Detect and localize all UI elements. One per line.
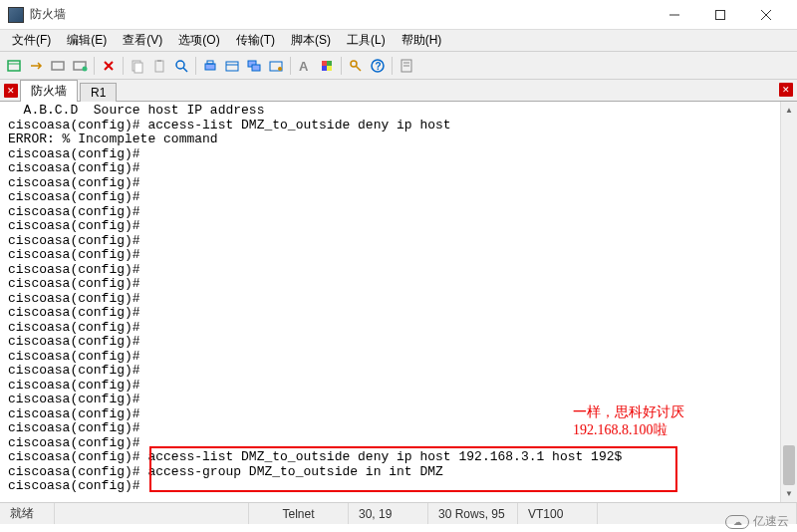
tool-connect[interactable]: [26, 56, 46, 76]
toolbar-separator: [94, 57, 95, 75]
annotation-text: 一样，思科好讨厌 192.168.8.100啦: [573, 403, 684, 439]
statusbar: 就绪 Telnet 30, 19 30 Rows, 95 VT100: [0, 502, 797, 524]
tool-font[interactable]: A: [295, 56, 315, 76]
tool-print[interactable]: [200, 56, 220, 76]
svg-line-14: [183, 68, 187, 72]
close-button[interactable]: [743, 1, 789, 29]
tool-quick-connect[interactable]: [4, 56, 24, 76]
watermark: ☁ 亿速云: [725, 513, 789, 530]
svg-rect-20: [252, 65, 260, 71]
toolbar-separator: [195, 57, 196, 75]
tool-colors[interactable]: [317, 56, 337, 76]
annotation-line1: 一样，思科好讨厌: [573, 404, 684, 419]
scroll-down-icon[interactable]: ▼: [781, 485, 797, 502]
menu-tools[interactable]: 工具(L): [339, 30, 394, 51]
app-icon: [8, 7, 24, 23]
toolbar-separator: [341, 57, 342, 75]
tool-options[interactable]: [266, 56, 286, 76]
menu-edit[interactable]: 编辑(E): [59, 30, 115, 51]
tool-sessions[interactable]: [244, 56, 264, 76]
vertical-scrollbar[interactable]: ▲ ▼: [780, 102, 797, 502]
svg-rect-10: [134, 63, 142, 73]
tool-copy[interactable]: [128, 56, 147, 76]
toolbar-separator: [392, 57, 393, 75]
tool-find[interactable]: [171, 56, 191, 76]
svg-rect-15: [205, 64, 215, 70]
svg-rect-26: [322, 66, 327, 71]
scroll-up-icon[interactable]: ▲: [781, 102, 797, 119]
svg-rect-4: [8, 61, 20, 71]
svg-rect-25: [327, 61, 332, 66]
svg-rect-27: [327, 66, 332, 71]
status-cursor: 30, 19: [349, 503, 428, 524]
svg-rect-12: [157, 60, 161, 62]
scroll-track[interactable]: [781, 119, 797, 485]
svg-rect-6: [52, 62, 64, 70]
svg-rect-16: [207, 61, 213, 64]
window-title: 防火墙: [30, 6, 652, 23]
titlebar: 防火墙: [0, 0, 797, 30]
status-rows: 30 Rows, 95: [428, 503, 518, 524]
tab-r1[interactable]: R1: [80, 83, 117, 102]
tab-close-icon[interactable]: ✕: [4, 84, 18, 98]
tool-cancel[interactable]: [99, 56, 119, 76]
scroll-thumb[interactable]: [783, 445, 795, 485]
svg-rect-24: [322, 61, 327, 66]
svg-rect-11: [155, 61, 163, 72]
svg-point-22: [278, 67, 282, 71]
svg-point-8: [83, 66, 88, 71]
watermark-text: 亿速云: [753, 513, 789, 530]
toolbar-separator: [290, 57, 291, 75]
tab-close-right-icon[interactable]: ✕: [779, 83, 793, 97]
status-protocol: Telnet: [249, 503, 349, 524]
toolbar-separator: [123, 57, 124, 75]
tool-paste[interactable]: [149, 56, 169, 76]
status-spacer: [55, 503, 249, 524]
tool-key[interactable]: [346, 56, 366, 76]
tool-help[interactable]: ?: [368, 56, 388, 76]
menu-view[interactable]: 查看(V): [115, 30, 170, 51]
svg-point-13: [176, 61, 184, 69]
toolbar: A ?: [0, 52, 797, 80]
menubar: 文件(F) 编辑(E) 查看(V) 选项(O) 传输(T) 脚本(S) 工具(L…: [0, 30, 797, 52]
svg-line-29: [356, 66, 361, 71]
status-term: VT100: [518, 503, 598, 524]
menu-options[interactable]: 选项(O): [170, 30, 227, 51]
terminal-area[interactable]: A.B.C.D Source host IP address ciscoasa(…: [0, 102, 797, 502]
svg-text:?: ?: [376, 61, 382, 72]
tool-reconnect[interactable]: [48, 56, 68, 76]
tool-properties[interactable]: [222, 56, 242, 76]
status-ready: 就绪: [0, 503, 55, 524]
tab-firewall[interactable]: 防火墙: [20, 80, 78, 102]
annotation-line2: 192.168.8.100啦: [573, 422, 667, 437]
tool-disconnect[interactable]: [70, 56, 90, 76]
tool-log[interactable]: [397, 56, 416, 76]
svg-rect-17: [226, 62, 238, 71]
svg-rect-1: [716, 10, 725, 19]
tabbar: ✕ 防火墙 R1 ✕: [0, 80, 797, 102]
cloud-icon: ☁: [725, 515, 749, 529]
menu-file[interactable]: 文件(F): [4, 30, 59, 51]
minimize-button[interactable]: [652, 1, 697, 29]
menu-help[interactable]: 帮助(H): [394, 30, 450, 51]
maximize-button[interactable]: [697, 1, 743, 29]
svg-text:A: A: [299, 59, 309, 74]
menu-transfer[interactable]: 传输(T): [228, 30, 283, 51]
menu-script[interactable]: 脚本(S): [283, 30, 339, 51]
